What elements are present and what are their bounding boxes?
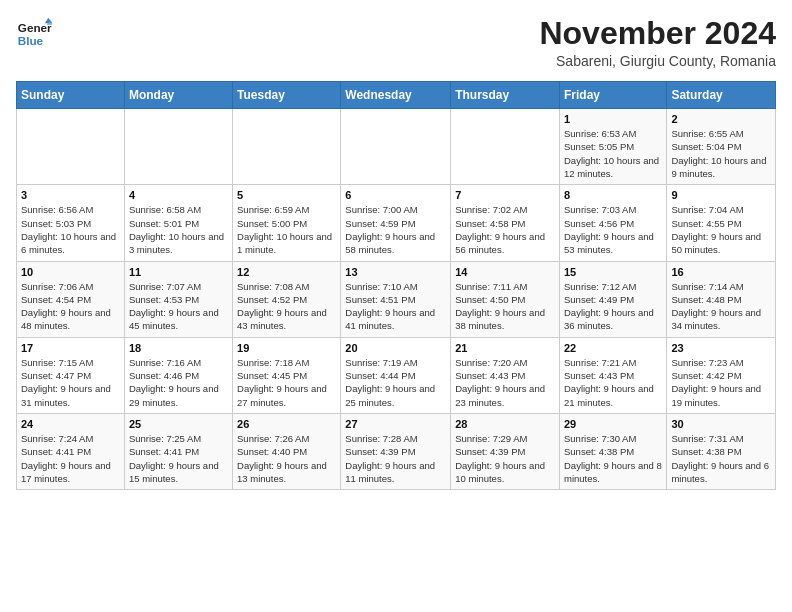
- day-info: Sunrise: 7:06 AM Sunset: 4:54 PM Dayligh…: [21, 280, 120, 333]
- calendar-cell: 3Sunrise: 6:56 AM Sunset: 5:03 PM Daylig…: [17, 185, 125, 261]
- calendar-cell: [341, 109, 451, 185]
- day-info: Sunrise: 7:29 AM Sunset: 4:39 PM Dayligh…: [455, 432, 555, 485]
- day-info: Sunrise: 6:55 AM Sunset: 5:04 PM Dayligh…: [671, 127, 771, 180]
- column-header-sunday: Sunday: [17, 82, 125, 109]
- day-info: Sunrise: 7:04 AM Sunset: 4:55 PM Dayligh…: [671, 203, 771, 256]
- day-number: 27: [345, 418, 446, 430]
- day-info: Sunrise: 7:31 AM Sunset: 4:38 PM Dayligh…: [671, 432, 771, 485]
- day-number: 28: [455, 418, 555, 430]
- calendar-cell: [17, 109, 125, 185]
- column-header-wednesday: Wednesday: [341, 82, 451, 109]
- day-info: Sunrise: 7:18 AM Sunset: 4:45 PM Dayligh…: [237, 356, 336, 409]
- day-info: Sunrise: 7:16 AM Sunset: 4:46 PM Dayligh…: [129, 356, 228, 409]
- calendar-cell: 14Sunrise: 7:11 AM Sunset: 4:50 PM Dayli…: [451, 261, 560, 337]
- calendar-cell: 25Sunrise: 7:25 AM Sunset: 4:41 PM Dayli…: [124, 413, 232, 489]
- day-number: 24: [21, 418, 120, 430]
- day-info: Sunrise: 7:12 AM Sunset: 4:49 PM Dayligh…: [564, 280, 662, 333]
- day-number: 1: [564, 113, 662, 125]
- day-number: 4: [129, 189, 228, 201]
- day-number: 13: [345, 266, 446, 278]
- header: General Blue November 2024 Sabareni, Giu…: [16, 16, 776, 69]
- calendar-cell: 6Sunrise: 7:00 AM Sunset: 4:59 PM Daylig…: [341, 185, 451, 261]
- calendar-cell: 2Sunrise: 6:55 AM Sunset: 5:04 PM Daylig…: [667, 109, 776, 185]
- day-info: Sunrise: 6:59 AM Sunset: 5:00 PM Dayligh…: [237, 203, 336, 256]
- day-number: 6: [345, 189, 446, 201]
- day-info: Sunrise: 6:58 AM Sunset: 5:01 PM Dayligh…: [129, 203, 228, 256]
- day-number: 9: [671, 189, 771, 201]
- day-number: 10: [21, 266, 120, 278]
- calendar-cell: 15Sunrise: 7:12 AM Sunset: 4:49 PM Dayli…: [559, 261, 666, 337]
- calendar-cell: 11Sunrise: 7:07 AM Sunset: 4:53 PM Dayli…: [124, 261, 232, 337]
- calendar-week-4: 17Sunrise: 7:15 AM Sunset: 4:47 PM Dayli…: [17, 337, 776, 413]
- calendar-cell: 13Sunrise: 7:10 AM Sunset: 4:51 PM Dayli…: [341, 261, 451, 337]
- day-number: 15: [564, 266, 662, 278]
- column-header-tuesday: Tuesday: [233, 82, 341, 109]
- calendar-cell: 20Sunrise: 7:19 AM Sunset: 4:44 PM Dayli…: [341, 337, 451, 413]
- column-header-monday: Monday: [124, 82, 232, 109]
- calendar-cell: 8Sunrise: 7:03 AM Sunset: 4:56 PM Daylig…: [559, 185, 666, 261]
- day-number: 26: [237, 418, 336, 430]
- day-info: Sunrise: 7:28 AM Sunset: 4:39 PM Dayligh…: [345, 432, 446, 485]
- calendar-cell: 17Sunrise: 7:15 AM Sunset: 4:47 PM Dayli…: [17, 337, 125, 413]
- day-info: Sunrise: 7:07 AM Sunset: 4:53 PM Dayligh…: [129, 280, 228, 333]
- calendar-cell: 7Sunrise: 7:02 AM Sunset: 4:58 PM Daylig…: [451, 185, 560, 261]
- day-number: 5: [237, 189, 336, 201]
- calendar-cell: 18Sunrise: 7:16 AM Sunset: 4:46 PM Dayli…: [124, 337, 232, 413]
- day-number: 7: [455, 189, 555, 201]
- day-number: 17: [21, 342, 120, 354]
- day-number: 14: [455, 266, 555, 278]
- day-info: Sunrise: 7:10 AM Sunset: 4:51 PM Dayligh…: [345, 280, 446, 333]
- day-number: 22: [564, 342, 662, 354]
- month-title: November 2024: [539, 16, 776, 51]
- day-info: Sunrise: 7:21 AM Sunset: 4:43 PM Dayligh…: [564, 356, 662, 409]
- calendar-cell: 5Sunrise: 6:59 AM Sunset: 5:00 PM Daylig…: [233, 185, 341, 261]
- day-number: 8: [564, 189, 662, 201]
- day-info: Sunrise: 7:20 AM Sunset: 4:43 PM Dayligh…: [455, 356, 555, 409]
- day-info: Sunrise: 7:02 AM Sunset: 4:58 PM Dayligh…: [455, 203, 555, 256]
- day-info: Sunrise: 7:30 AM Sunset: 4:38 PM Dayligh…: [564, 432, 662, 485]
- day-info: Sunrise: 7:15 AM Sunset: 4:47 PM Dayligh…: [21, 356, 120, 409]
- calendar-cell: 19Sunrise: 7:18 AM Sunset: 4:45 PM Dayli…: [233, 337, 341, 413]
- day-number: 21: [455, 342, 555, 354]
- day-info: Sunrise: 6:56 AM Sunset: 5:03 PM Dayligh…: [21, 203, 120, 256]
- calendar-header-row: SundayMondayTuesdayWednesdayThursdayFrid…: [17, 82, 776, 109]
- calendar-cell: [124, 109, 232, 185]
- day-number: 11: [129, 266, 228, 278]
- column-header-friday: Friday: [559, 82, 666, 109]
- day-number: 12: [237, 266, 336, 278]
- calendar-cell: [233, 109, 341, 185]
- svg-text:Blue: Blue: [18, 34, 44, 47]
- day-number: 16: [671, 266, 771, 278]
- day-number: 19: [237, 342, 336, 354]
- column-header-thursday: Thursday: [451, 82, 560, 109]
- calendar-cell: 22Sunrise: 7:21 AM Sunset: 4:43 PM Dayli…: [559, 337, 666, 413]
- day-info: Sunrise: 7:00 AM Sunset: 4:59 PM Dayligh…: [345, 203, 446, 256]
- calendar-cell: [451, 109, 560, 185]
- calendar-cell: 29Sunrise: 7:30 AM Sunset: 4:38 PM Dayli…: [559, 413, 666, 489]
- calendar-cell: 4Sunrise: 6:58 AM Sunset: 5:01 PM Daylig…: [124, 185, 232, 261]
- calendar-cell: 10Sunrise: 7:06 AM Sunset: 4:54 PM Dayli…: [17, 261, 125, 337]
- day-info: Sunrise: 7:19 AM Sunset: 4:44 PM Dayligh…: [345, 356, 446, 409]
- calendar-cell: 9Sunrise: 7:04 AM Sunset: 4:55 PM Daylig…: [667, 185, 776, 261]
- calendar-cell: 23Sunrise: 7:23 AM Sunset: 4:42 PM Dayli…: [667, 337, 776, 413]
- day-number: 23: [671, 342, 771, 354]
- day-info: Sunrise: 7:14 AM Sunset: 4:48 PM Dayligh…: [671, 280, 771, 333]
- day-number: 2: [671, 113, 771, 125]
- logo-icon: General Blue: [16, 16, 52, 52]
- day-number: 20: [345, 342, 446, 354]
- day-info: Sunrise: 7:08 AM Sunset: 4:52 PM Dayligh…: [237, 280, 336, 333]
- calendar-week-5: 24Sunrise: 7:24 AM Sunset: 4:41 PM Dayli…: [17, 413, 776, 489]
- calendar-cell: 26Sunrise: 7:26 AM Sunset: 4:40 PM Dayli…: [233, 413, 341, 489]
- calendar-cell: 28Sunrise: 7:29 AM Sunset: 4:39 PM Dayli…: [451, 413, 560, 489]
- day-number: 25: [129, 418, 228, 430]
- calendar-table: SundayMondayTuesdayWednesdayThursdayFrid…: [16, 81, 776, 490]
- day-number: 30: [671, 418, 771, 430]
- day-number: 18: [129, 342, 228, 354]
- column-header-saturday: Saturday: [667, 82, 776, 109]
- day-info: Sunrise: 7:11 AM Sunset: 4:50 PM Dayligh…: [455, 280, 555, 333]
- calendar-cell: 16Sunrise: 7:14 AM Sunset: 4:48 PM Dayli…: [667, 261, 776, 337]
- day-number: 29: [564, 418, 662, 430]
- location-subtitle: Sabareni, Giurgiu County, Romania: [539, 53, 776, 69]
- day-info: Sunrise: 7:24 AM Sunset: 4:41 PM Dayligh…: [21, 432, 120, 485]
- day-number: 3: [21, 189, 120, 201]
